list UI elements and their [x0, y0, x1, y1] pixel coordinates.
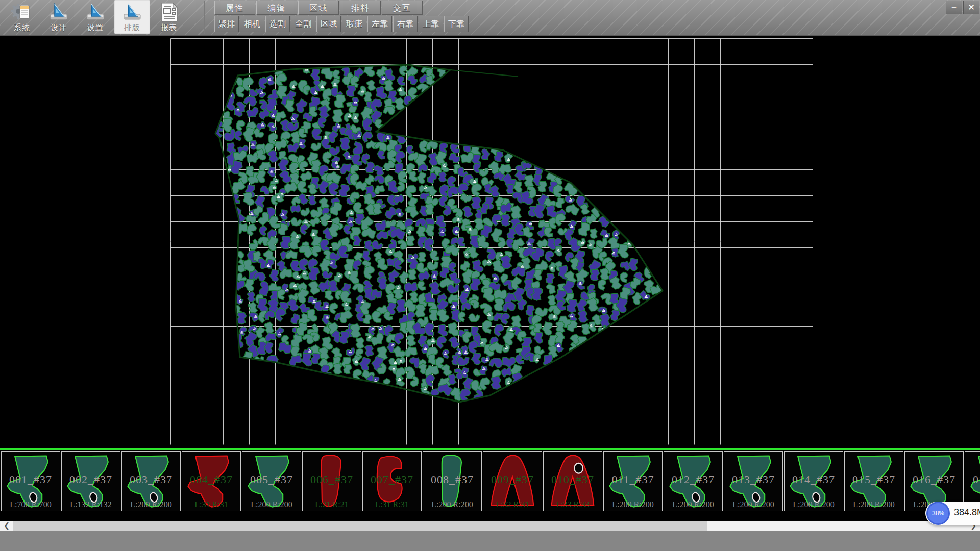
piece-thumbnail[interactable]: 006_#37L:21 R:21	[302, 451, 361, 511]
piece-count-label: L:200 R:200	[724, 500, 782, 509]
scroll-left-icon[interactable]: ❮	[1, 521, 12, 531]
tool-button-cluster-nest[interactable]: 聚排	[214, 16, 239, 32]
piece-thumbnail[interactable]: 010_#37L:33 R:33	[543, 451, 602, 511]
menu-tab-nesting[interactable]: 排料	[340, 1, 381, 15]
tool-button-align-left[interactable]: 左靠	[368, 16, 392, 32]
piece-count-label: L:132 R:132	[62, 500, 120, 509]
piece-id-label: 007_#37	[363, 473, 421, 486]
tool-button-region[interactable]: 区域	[316, 16, 341, 32]
app-button-report[interactable]: 报表	[151, 0, 187, 34]
piece-id-label: 010_#37	[544, 473, 602, 486]
piece-thumbnail[interactable]: 014_#37L:200 R:200	[784, 451, 843, 511]
app-button-label: 系统	[4, 23, 40, 33]
piece-id-label: 016_#37	[905, 473, 963, 486]
piece-id-label: 017_#37	[965, 473, 980, 486]
piece-count-label: L:700 R:700	[2, 500, 60, 509]
design-ruler-icon	[47, 2, 70, 22]
piece-count-label: L:31 R:31	[182, 500, 240, 509]
minimize-button[interactable]: –	[946, 1, 962, 14]
piece-id-label: 003_#37	[122, 473, 180, 486]
piece-thumbnail-strip: 001_#37L:700 R:700002_#37L:132 R:132003_…	[0, 451, 980, 511]
menu-tab-properties[interactable]: 属性	[214, 1, 255, 15]
piece-thumbnail[interactable]: 012_#37L:200 R:200	[664, 451, 723, 511]
piece-id-label: 002_#37	[62, 473, 120, 486]
toolbar: 系统 设计 设置 排版 报表 属性编辑区域排料交互 聚排相机选割全割区域瑕疵左靠…	[0, 0, 980, 36]
memory-percent-circle: 38%	[926, 502, 950, 525]
app-button-settings[interactable]: 设置	[78, 0, 113, 34]
system-gear-icon	[11, 2, 33, 22]
piece-id-label: 006_#37	[303, 473, 361, 486]
menu-tab-edit[interactable]: 编辑	[256, 1, 297, 15]
menu-tab-region[interactable]: 区域	[298, 1, 339, 15]
app-button-label: 排版	[114, 23, 150, 33]
piece-count-label: L:200 R:200	[122, 500, 180, 509]
tool-button-align-top[interactable]: 上靠	[419, 16, 443, 32]
piece-count-label: L:200 R:200	[845, 500, 903, 509]
app-button-label: 设置	[78, 23, 113, 33]
piece-thumbnail[interactable]: 008_#37L:200 R:200	[423, 451, 482, 511]
tool-button-defect[interactable]: 瑕疵	[342, 16, 366, 32]
piece-thumbnail[interactable]: 002_#37L:132 R:132	[61, 451, 120, 511]
piece-thumbnail[interactable]: 015_#37L:200 R:200	[844, 451, 903, 511]
tool-button-align-right[interactable]: 右靠	[393, 16, 418, 32]
toolbar-divider	[204, 1, 205, 34]
strip-top-line	[0, 448, 980, 450]
piece-id-label: 001_#37	[2, 473, 60, 486]
piece-count-label: L:21 R:21	[303, 500, 361, 509]
piece-count-label: L:200 R:200	[423, 500, 481, 509]
horizontal-scrollbar[interactable]: ❮ ❯	[0, 521, 980, 531]
app-button-label: 报表	[151, 23, 187, 33]
piece-thumbnail[interactable]: 005_#37L:200 R:200	[242, 451, 301, 511]
piece-thumbnail[interactable]: 007_#37L:31 R:31	[362, 451, 422, 511]
memory-amount-label: 384.8M	[954, 507, 980, 518]
piece-count-label: L:31 R:31	[363, 500, 421, 509]
piece-count-label: L:200 R:200	[604, 500, 662, 509]
piece-id-label: 009_#37	[483, 473, 542, 486]
piece-id-label: 008_#37	[423, 473, 481, 486]
tool-button-align-bottom[interactable]: 下靠	[444, 16, 469, 32]
tool-button-camera[interactable]: 相机	[240, 16, 264, 32]
scrollbar-thumb[interactable]	[13, 521, 707, 531]
piece-thumbnail[interactable]: 009_#37L:32 R:31	[483, 451, 542, 511]
canvas-area	[0, 36, 980, 448]
report-doc-icon	[158, 2, 180, 22]
menu-tab-interact[interactable]: 交互	[382, 1, 423, 15]
close-button[interactable]: ✕	[963, 1, 979, 14]
piece-id-label: 014_#37	[785, 473, 843, 486]
piece-count-label: L:200 R:200	[664, 500, 722, 509]
piece-id-label: 011_#37	[604, 473, 662, 486]
settings-ruler-icon	[84, 2, 107, 22]
app-button-layout[interactable]: 排版	[114, 0, 150, 34]
piece-id-label: 015_#37	[845, 473, 903, 486]
app-button-label: 设计	[41, 23, 77, 33]
nesting-canvas[interactable]	[0, 36, 980, 448]
piece-count-label: L:33 R:33	[544, 500, 602, 509]
tool-button-cut-all[interactable]: 全割	[291, 16, 315, 32]
app-button-design[interactable]: 设计	[41, 0, 77, 34]
piece-id-label: 005_#37	[242, 473, 301, 486]
piece-thumbnail[interactable]: 004_#37L:31 R:31	[182, 451, 241, 511]
memory-usage-badge: 38% 384.8M	[925, 502, 980, 525]
status-bar	[0, 531, 980, 551]
piece-thumbnail[interactable]: 011_#37L:200 R:200	[603, 451, 663, 511]
piece-id-label: 012_#37	[664, 473, 722, 486]
layout-ruler-icon	[121, 2, 143, 22]
app-button-system[interactable]: 系统	[4, 0, 40, 34]
piece-count-label: L:200 R:200	[242, 500, 301, 509]
piece-count-label: L:200 R:200	[785, 500, 843, 509]
piece-thumbnail[interactable]: 003_#37L:200 R:200	[121, 451, 181, 511]
piece-count-label: L:32 R:31	[483, 500, 542, 509]
piece-id-label: 004_#37	[182, 473, 240, 486]
piece-thumbnail[interactable]: 013_#37L:200 R:200	[724, 451, 783, 511]
piece-thumbnail[interactable]: 001_#37L:700 R:700	[1, 451, 60, 511]
tool-button-select-cut[interactable]: 选割	[265, 16, 290, 32]
piece-id-label: 013_#37	[724, 473, 782, 486]
